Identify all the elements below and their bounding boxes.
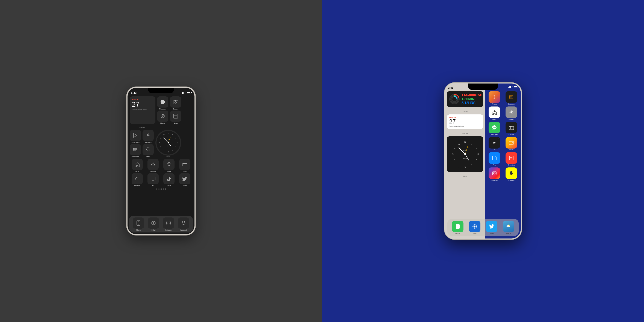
svg-point-99: [513, 127, 513, 127]
svg-text:6: 6: [464, 166, 466, 168]
right-calculator-app[interactable]: Calculator: [504, 91, 519, 105]
right-messages-label: Messages: [491, 134, 498, 135]
svg-text:10: 10: [160, 138, 162, 139]
left-health-icon: [142, 144, 154, 155]
left-status-time: 5:42: [131, 91, 136, 94]
left-dock-snapchat[interactable]: Snapchat: [178, 218, 189, 231]
left-camera-app[interactable]: Camera: [170, 96, 181, 110]
right-camera-app[interactable]: Camera: [504, 122, 519, 135]
right-calendar-widget[interactable]: SUNDAY 27 No more events today: [447, 114, 483, 129]
left-dot-1: [156, 188, 157, 190]
right-dock-weather-label: Weather: [506, 233, 511, 234]
right-dock-twitter[interactable]: Twitter: [486, 221, 498, 234]
left-background: 5:42 ▲: [0, 0, 322, 322]
right-cal-date: 27: [449, 118, 481, 124]
right-dock-safari[interactable]: Safari: [469, 221, 480, 234]
right-clock-widget[interactable]: 12 3 6 9 1 2 4 5 7 8 10 11 CUP: [447, 136, 483, 172]
svg-point-88: [510, 98, 511, 98]
svg-text:12: 12: [464, 141, 466, 143]
left-notch: [148, 88, 174, 94]
left-appstore-col: App Store Health: [142, 130, 154, 158]
svg-text:-12:30: -12:30: [166, 145, 170, 146]
svg-rect-103: [512, 142, 513, 143]
right-tv-app[interactable]: tv + TV: [487, 137, 502, 150]
right-snapchat-app[interactable]: Snapchat: [504, 168, 519, 181]
left-messages-icon: [157, 96, 168, 108]
right-messages-app[interactable]: Messages: [487, 122, 502, 135]
left-row-4: Weather TV: [130, 173, 192, 186]
right-reminders-app[interactable]: Reminders: [504, 152, 519, 166]
left-maps-label: Maps: [167, 170, 171, 172]
right-home-app[interactable]: Home: [487, 106, 502, 120]
right-settings-app[interactable]: Settings: [504, 106, 519, 120]
svg-point-84: [510, 96, 511, 96]
left-health-label: Health: [146, 156, 150, 157]
left-tiktok-app[interactable]: TikTok: [162, 173, 176, 186]
right-fitness-min: 1/30MIN: [462, 97, 484, 101]
left-dock-safari-label: Safari: [152, 229, 156, 231]
right-settings-icon: [506, 106, 517, 118]
svg-rect-8: [174, 100, 176, 101]
left-dock-phone[interactable]: Phone: [133, 218, 144, 231]
left-clock-widget: 12 3 6 9 1 2 4 5 7 8: [156, 130, 181, 156]
right-fitness-stats: 114/400KCAL 1/30MIN 5/12HRS: [462, 94, 484, 105]
left-status-icons: ▲: [181, 92, 191, 94]
left-home-app[interactable]: Home: [130, 159, 145, 172]
right-fitness-hrs: 5/12HRS: [462, 101, 484, 105]
svg-point-95: [495, 127, 496, 128]
left-appstore-icon: [142, 130, 154, 141]
right-snapchat-icon: [506, 168, 517, 179]
left-tv-app[interactable]: TV: [146, 173, 160, 186]
right-dock-weather-icon: [503, 221, 514, 232]
right-files-label: Files: [493, 164, 496, 166]
left-wifi-icon: ▲: [184, 92, 186, 94]
left-messages-label: Messages: [159, 108, 166, 110]
left-reminders-app[interactable]: Reminders: [130, 144, 141, 157]
left-settings-label: Settings: [150, 170, 156, 172]
svg-point-51: [168, 222, 169, 224]
left-messages-app[interactable]: Messages: [157, 96, 168, 110]
left-calendar-widget[interactable]: SUNDAY 27 No more events today: [130, 96, 156, 124]
left-notes-label: Notes: [174, 122, 178, 124]
right-wallet-app[interactable]: Wallet: [504, 137, 519, 150]
left-dot-5: [165, 188, 166, 190]
right-photos-app[interactable]: Photos: [487, 91, 502, 105]
right-calculator-label: Calculator: [508, 103, 515, 105]
left-itunes-app[interactable]: iTunes Store: [130, 130, 141, 143]
left-screen-content: SUNDAY 27 No more events today: [128, 96, 194, 215]
svg-point-45: [138, 224, 139, 225]
right-dock-phone[interactable]: Phone: [452, 221, 464, 234]
left-notes-app[interactable]: Notes: [170, 110, 181, 124]
svg-point-18: [133, 150, 134, 150]
svg-point-77: [464, 153, 466, 155]
left-settings-icon: [148, 159, 159, 170]
left-dock-safari[interactable]: Safari: [148, 218, 159, 231]
right-dock-container: Phone Safari: [446, 218, 520, 237]
left-dot-4: [163, 188, 164, 190]
svg-rect-50: [166, 221, 170, 225]
left-photos-app[interactable]: Photos: [157, 110, 168, 124]
right-calculator-icon: [506, 91, 517, 103]
left-health-app[interactable]: Health: [142, 144, 154, 157]
left-row-1: SUNDAY 27 No more events today: [130, 96, 192, 124]
left-itunes-col: iTunes Store: [130, 130, 141, 158]
svg-point-52: [170, 222, 170, 222]
left-settings-app[interactable]: Settings: [146, 159, 160, 172]
left-wallet-app[interactable]: Wallet: [177, 159, 192, 172]
right-dock-weather[interactable]: Weather: [503, 221, 514, 234]
left-tiktok-icon: [163, 173, 174, 184]
left-appstore-app[interactable]: App Store: [142, 130, 154, 143]
right-instagram-app[interactable]: Instagram: [487, 168, 502, 181]
left-col-right-2: Camera: [170, 96, 181, 124]
right-split-right: ▲ 9:41: [485, 84, 521, 238]
right-dock-phone-icon: [452, 221, 464, 232]
left-maps-app[interactable]: Maps: [162, 159, 176, 172]
right-files-app[interactable]: Files: [487, 152, 502, 166]
right-fitness-widget[interactable]: 114/400KCAL 1/30MIN 5/12HRS: [447, 91, 483, 107]
left-clock-widget-container[interactable]: 12 3 6 9 1 2 4 5 7 8: [156, 130, 181, 158]
left-twitter-app[interactable]: Twitter: [177, 173, 192, 186]
svg-text:6: 6: [168, 151, 169, 153]
left-weather-app[interactable]: Weather: [130, 173, 145, 186]
left-tiktok-label: TikTok: [167, 185, 171, 186]
left-dock-instagram[interactable]: Instagram: [163, 218, 174, 231]
